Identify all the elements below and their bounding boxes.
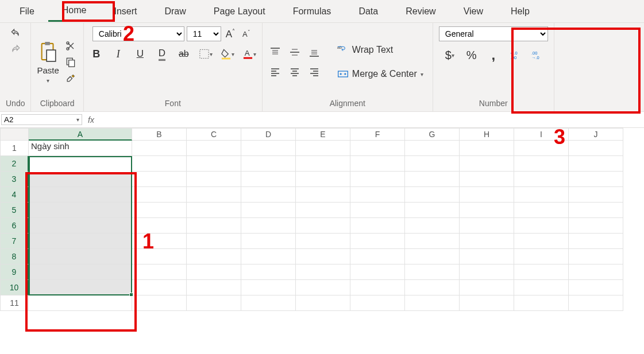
borders-icon[interactable] (199, 47, 213, 61)
cell[interactable] (241, 141, 296, 156)
cell[interactable] (514, 187, 569, 203)
cell[interactable] (132, 172, 187, 187)
cell[interactable] (569, 156, 623, 172)
cell[interactable] (569, 249, 623, 264)
increase-font-icon[interactable]: A˄ (223, 27, 237, 41)
cell[interactable] (405, 203, 460, 218)
cell[interactable] (241, 264, 296, 280)
align-center-icon[interactable] (288, 65, 302, 79)
cell[interactable] (132, 234, 187, 249)
merge-center-button[interactable]: Merge & Center (334, 66, 427, 82)
font-size-select[interactable]: 11 (187, 26, 221, 41)
cell[interactable] (460, 280, 514, 295)
cell[interactable] (29, 280, 132, 295)
cell[interactable] (514, 295, 569, 311)
copy-icon[interactable] (64, 55, 78, 69)
font-color-icon[interactable]: A (242, 47, 256, 61)
select-all-corner[interactable] (0, 128, 29, 141)
column-header[interactable]: I (514, 128, 569, 141)
cell[interactable] (514, 218, 569, 234)
column-header[interactable]: H (460, 128, 514, 141)
cell[interactable] (296, 295, 350, 311)
cell[interactable] (132, 156, 187, 172)
cell[interactable] (187, 141, 241, 156)
number-format-select[interactable]: General (439, 26, 548, 41)
undo-icon[interactable] (9, 26, 22, 40)
cell[interactable] (350, 234, 405, 249)
cell[interactable] (460, 156, 514, 172)
cell[interactable] (405, 172, 460, 187)
cell[interactable] (350, 187, 405, 203)
cell[interactable] (29, 187, 132, 203)
row-header[interactable]: 1 (0, 141, 29, 156)
cell[interactable] (405, 280, 460, 295)
tab-home[interactable]: Home (48, 1, 101, 22)
row-header[interactable]: 2 (0, 156, 29, 172)
cell[interactable]: Ngày sinh (29, 141, 132, 156)
cell[interactable] (405, 295, 460, 311)
cell[interactable] (569, 280, 623, 295)
row-header[interactable]: 8 (0, 249, 29, 264)
cell[interactable] (29, 156, 132, 172)
tab-draw[interactable]: Draw (151, 2, 199, 21)
cell[interactable] (460, 234, 514, 249)
cell[interactable] (350, 141, 405, 156)
cell[interactable] (241, 234, 296, 249)
cell[interactable] (187, 249, 241, 264)
cell[interactable] (241, 295, 296, 311)
cell[interactable] (132, 218, 187, 234)
row-header[interactable]: 10 (0, 280, 29, 295)
cell[interactable] (514, 280, 569, 295)
align-bottom-icon[interactable] (307, 45, 321, 59)
cell[interactable] (296, 187, 350, 203)
cell[interactable] (350, 218, 405, 234)
cell[interactable] (514, 172, 569, 187)
cell[interactable] (296, 218, 350, 234)
align-right-icon[interactable] (307, 65, 321, 79)
tab-data[interactable]: Data (345, 2, 392, 21)
cell[interactable] (296, 264, 350, 280)
cell[interactable] (569, 218, 623, 234)
cell[interactable] (350, 249, 405, 264)
cell[interactable] (460, 218, 514, 234)
cell[interactable] (460, 264, 514, 280)
formula-input[interactable] (100, 112, 644, 127)
row-header[interactable]: 9 (0, 264, 29, 280)
cell[interactable] (569, 264, 623, 280)
increase-decimal-icon[interactable]: ←.0.00 (508, 48, 522, 62)
cell[interactable] (514, 141, 569, 156)
cell[interactable] (132, 295, 187, 311)
cell[interactable] (296, 280, 350, 295)
strikethrough-icon[interactable]: ab (177, 47, 191, 61)
cell[interactable] (29, 218, 132, 234)
tab-review[interactable]: Review (392, 2, 449, 21)
column-header[interactable]: F (350, 128, 405, 141)
tab-page-layout[interactable]: Page Layout (200, 2, 279, 21)
cell[interactable] (296, 172, 350, 187)
tab-help[interactable]: Help (497, 2, 543, 21)
double-underline-icon[interactable]: D (155, 47, 169, 61)
column-header[interactable]: D (241, 128, 296, 141)
italic-icon[interactable]: I (111, 47, 125, 61)
name-box-input[interactable] (4, 115, 73, 124)
cell[interactable] (460, 141, 514, 156)
cell[interactable] (460, 295, 514, 311)
cell[interactable] (241, 249, 296, 264)
cell[interactable] (241, 203, 296, 218)
cell[interactable] (350, 264, 405, 280)
cell[interactable] (296, 249, 350, 264)
cell[interactable] (187, 156, 241, 172)
cell[interactable] (241, 187, 296, 203)
column-header[interactable]: G (405, 128, 460, 141)
column-header[interactable]: J (569, 128, 623, 141)
column-header[interactable]: A (29, 128, 132, 141)
cell[interactable] (350, 295, 405, 311)
cell[interactable] (187, 203, 241, 218)
currency-icon[interactable]: $ (443, 48, 457, 62)
cell[interactable] (29, 203, 132, 218)
cut-icon[interactable] (64, 39, 78, 53)
cell[interactable] (405, 141, 460, 156)
cell[interactable] (29, 264, 132, 280)
cell[interactable] (460, 172, 514, 187)
format-painter-icon[interactable] (64, 71, 78, 85)
